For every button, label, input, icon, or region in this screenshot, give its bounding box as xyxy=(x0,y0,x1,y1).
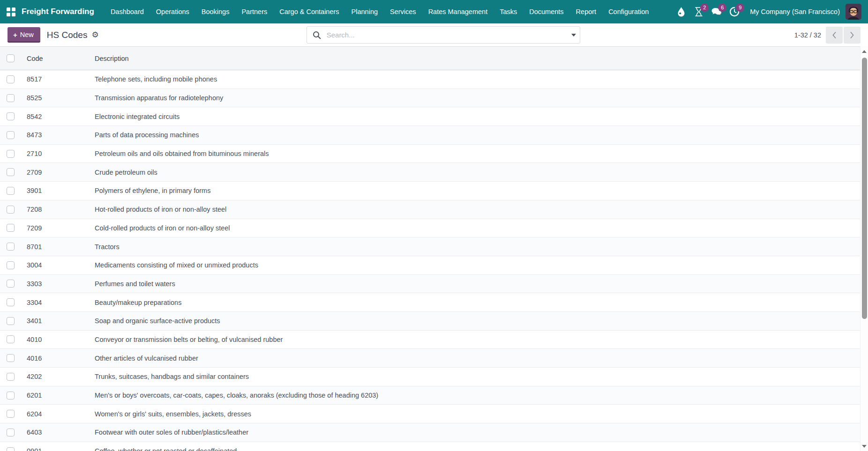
cell-description[interactable]: Men's or boys' overcoats, car-coats, cap… xyxy=(90,386,860,405)
nav-menu-item[interactable]: Cargo & Containers xyxy=(273,0,345,23)
nav-menu-item[interactable]: Documents xyxy=(523,0,569,23)
row-checkbox[interactable] xyxy=(7,392,15,399)
cell-description[interactable]: Other articles of vulcanised rubber xyxy=(90,349,860,368)
table-row[interactable]: 2709 Crude petroleum oils xyxy=(0,163,860,182)
cell-code[interactable]: 8473 xyxy=(22,126,90,145)
cell-description[interactable]: Perfumes and toilet waters xyxy=(90,274,860,293)
row-checkbox[interactable] xyxy=(7,112,15,120)
app-title[interactable]: Freight Forwarding xyxy=(22,7,94,16)
cell-code[interactable]: 4010 xyxy=(22,330,90,349)
row-checkbox[interactable] xyxy=(7,373,15,381)
cell-code[interactable]: 4016 xyxy=(22,349,90,368)
cell-code[interactable]: 8701 xyxy=(22,237,90,256)
cell-code[interactable]: 3304 xyxy=(22,293,90,312)
row-checkbox[interactable] xyxy=(7,206,15,214)
table-row[interactable]: 4016 Other articles of vulcanised rubber xyxy=(0,349,860,368)
nav-menu-item[interactable]: Configuration xyxy=(602,0,655,23)
cell-code[interactable]: 4202 xyxy=(22,368,90,386)
search-dropdown-caret-icon[interactable] xyxy=(571,34,576,37)
cell-code[interactable]: 8525 xyxy=(22,89,90,107)
messages-icon[interactable]: 6 xyxy=(708,0,726,23)
cell-description[interactable]: Transmission apparatus for radiotelephon… xyxy=(90,89,860,107)
row-checkbox[interactable] xyxy=(7,354,15,362)
vertical-scrollbar[interactable] xyxy=(860,46,868,451)
table-row[interactable]: 4202 Trunks, suitcases, handbags and sim… xyxy=(0,368,860,386)
table-row[interactable]: 3401 Soap and organic surface-active pro… xyxy=(0,311,860,330)
table-row[interactable]: 8542 Electronic integrated circuits xyxy=(0,107,860,126)
nav-menu-item[interactable]: Tasks xyxy=(494,0,523,23)
pager-next-button[interactable] xyxy=(844,27,861,44)
cell-code[interactable]: 2710 xyxy=(22,144,90,163)
cell-code[interactable]: 8517 xyxy=(22,70,90,89)
table-row[interactable]: 8525 Transmission apparatus for radiotel… xyxy=(0,89,860,107)
search-input[interactable] xyxy=(326,30,568,39)
table-row[interactable]: 2710 Petroleum oils and oils obtained fr… xyxy=(0,144,860,163)
cell-code[interactable]: 8542 xyxy=(22,107,90,126)
user-avatar[interactable] xyxy=(846,4,861,20)
table-row[interactable]: 6201 Men's or boys' overcoats, car-coats… xyxy=(0,386,860,405)
row-checkbox[interactable] xyxy=(7,261,15,269)
pager-previous-button[interactable] xyxy=(826,27,843,44)
table-row[interactable]: 8473 Parts of data processing machines xyxy=(0,126,860,145)
scrollbar-down-arrow[interactable] xyxy=(861,442,868,450)
table-row[interactable]: 3004 Medicaments consisting of mixed or … xyxy=(0,256,860,274)
company-switcher[interactable]: My Company (San Francisco) xyxy=(750,8,840,15)
cell-code[interactable]: 0901 xyxy=(22,442,90,451)
row-checkbox[interactable] xyxy=(7,335,15,343)
table-row[interactable]: 7208 Hot-rolled products of iron or non-… xyxy=(0,200,860,219)
new-button[interactable]: + New xyxy=(7,27,40,43)
hourglass-timesheet-icon[interactable]: 2 xyxy=(690,0,708,23)
cell-description[interactable]: Women's or girls' suits, ensembles, jack… xyxy=(90,405,860,423)
row-checkbox[interactable] xyxy=(7,298,15,306)
cell-description[interactable]: Crude petroleum oils xyxy=(90,163,860,182)
table-row[interactable]: 6403 Footwear with outer soles of rubber… xyxy=(0,423,860,442)
table-row[interactable]: 0901 Coffee, whether or not roasted or d… xyxy=(0,442,860,451)
cell-description[interactable]: Beauty/makeup preparations xyxy=(90,293,860,312)
cell-description[interactable]: Conveyor or transmission belts or beltin… xyxy=(90,330,860,349)
table-row[interactable]: 7209 Cold-rolled products of iron or non… xyxy=(0,219,860,237)
cell-code[interactable]: 7209 xyxy=(22,219,90,237)
scrollbar-up-arrow[interactable] xyxy=(861,47,868,55)
cell-code[interactable]: 2709 xyxy=(22,163,90,182)
droplet-icon[interactable] xyxy=(672,0,690,23)
cell-description[interactable]: Tractors xyxy=(90,237,860,256)
row-checkbox[interactable] xyxy=(7,410,15,418)
table-row[interactable]: 6204 Women's or girls' suits, ensembles,… xyxy=(0,405,860,423)
nav-menu-item[interactable]: Report xyxy=(570,0,603,23)
cell-description[interactable]: Medicaments consisting of mixed or unmix… xyxy=(90,256,860,274)
row-checkbox[interactable] xyxy=(7,131,15,139)
cell-description[interactable]: Hot-rolled products of iron or non-alloy… xyxy=(90,200,860,219)
activities-clock-icon[interactable]: 9 xyxy=(726,0,743,23)
row-checkbox[interactable] xyxy=(7,280,15,288)
row-checkbox[interactable] xyxy=(7,447,15,451)
row-checkbox[interactable] xyxy=(7,187,15,195)
table-row[interactable]: 3901 Polymers of ethylene, in primary fo… xyxy=(0,182,860,200)
table-row[interactable]: 3304 Beauty/makeup preparations xyxy=(0,293,860,312)
cell-code[interactable]: 3303 xyxy=(22,274,90,293)
cell-code[interactable]: 3401 xyxy=(22,311,90,330)
row-checkbox[interactable] xyxy=(7,168,15,176)
cell-description[interactable]: Polymers of ethylene, in primary forms xyxy=(90,182,860,200)
cell-description[interactable]: Parts of data processing machines xyxy=(90,126,860,145)
nav-menu-item[interactable]: Operations xyxy=(150,0,195,23)
cell-description[interactable]: Petroleum oils and oils obtained from bi… xyxy=(90,144,860,163)
table-row[interactable]: 4010 Conveyor or transmission belts or b… xyxy=(0,330,860,349)
scrollbar-thumb[interactable] xyxy=(862,58,867,319)
column-header-code[interactable]: Code xyxy=(22,47,90,70)
cell-description[interactable]: Electronic integrated circuits xyxy=(90,107,860,126)
table-row[interactable]: 3303 Perfumes and toilet waters xyxy=(0,274,860,293)
row-checkbox[interactable] xyxy=(7,429,15,436)
row-checkbox[interactable] xyxy=(7,94,15,102)
cell-description[interactable]: Footwear with outer soles of rubber/plas… xyxy=(90,423,860,442)
row-checkbox[interactable] xyxy=(7,75,15,83)
table-row[interactable]: 8701 Tractors xyxy=(0,237,860,256)
cell-code[interactable]: 3004 xyxy=(22,256,90,274)
cell-description[interactable]: Cold-rolled products of iron or non-allo… xyxy=(90,219,860,237)
cell-description[interactable]: Coffee, whether or not roasted or decaff… xyxy=(90,442,860,451)
column-header-description[interactable]: Description xyxy=(90,47,860,70)
cell-description[interactable]: Soap and organic surface-active products xyxy=(90,311,860,330)
cell-code[interactable]: 3901 xyxy=(22,182,90,200)
select-all-checkbox[interactable] xyxy=(7,54,15,62)
table-row[interactable]: 8517 Telephone sets, including mobile ph… xyxy=(0,70,860,89)
nav-menu-item[interactable]: Bookings xyxy=(195,0,236,23)
